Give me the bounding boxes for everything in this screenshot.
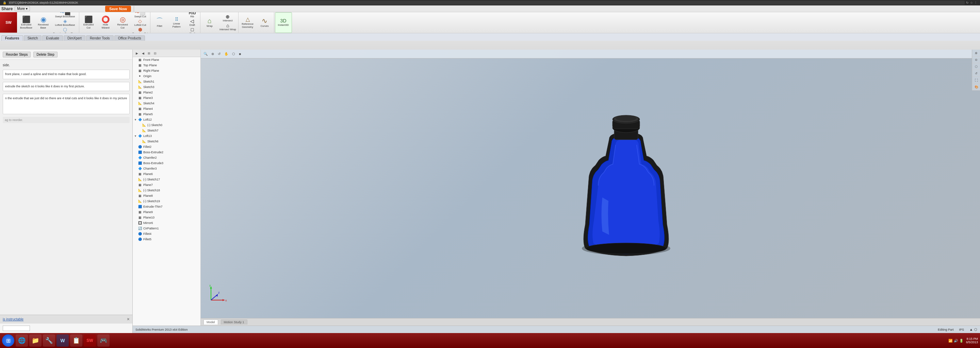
tree-item[interactable]: ✦Origin — [133, 73, 200, 79]
extruded-boss-button[interactable]: ⬛ ExtrudedBoss/Base — [18, 12, 35, 33]
tab-sketch[interactable]: Sketch — [24, 35, 42, 41]
vp-right-btn-1[interactable]: ⊕ — [972, 50, 980, 56]
tree-item[interactable]: 🔷Chamfer2 — [133, 155, 200, 160]
tree-item[interactable]: ▼🔷Loft13 — [133, 133, 200, 139]
delete-step-button[interactable]: Delete Step — [33, 52, 57, 57]
tree-icon-3[interactable]: ⊞ — [146, 51, 152, 56]
rib-button[interactable]: Rib Rib — [185, 12, 199, 18]
model-tab[interactable]: Model — [204, 320, 218, 324]
tree-item[interactable]: ▦Plane7 — [133, 182, 200, 188]
swept-cut-button[interactable]: 〜⬜ Swept Cut — [131, 12, 150, 18]
extruded-cut-button[interactable]: ⬛ ExtrudedCut — [80, 12, 97, 33]
tree-item[interactable]: ▦Plane6 — [133, 171, 200, 177]
tree-item[interactable]: 🔄CirPattern1 — [133, 226, 200, 231]
boundary-boss-button[interactable]: ⬡ Boundary Boss/Base — [52, 27, 78, 33]
wrap-small-button[interactable]: ⌂ Intersect Wrap — [218, 23, 237, 31]
tree-expand-icon[interactable]: ▼ — [134, 134, 137, 138]
tree-item[interactable]: 📐(-) Sketch19 — [133, 198, 200, 204]
boundary-cut-button[interactable]: ⬢ Boundary Cut — [131, 27, 150, 33]
linear-pattern-button[interactable]: ⠿ LinearPattern — [168, 12, 185, 33]
vp-zoom[interactable]: ⊕ — [210, 52, 215, 56]
tree-item[interactable]: 🔷Chamfer3 — [133, 166, 200, 171]
tree-item[interactable]: 🟦Boss-Extrude3 — [133, 160, 200, 166]
taskbar-browser[interactable]: 🌐 — [16, 334, 28, 346]
close-button[interactable]: × — [127, 316, 130, 322]
taskbar-folder[interactable]: 📁 — [29, 334, 41, 346]
vp-display-style[interactable]: ■ — [237, 52, 242, 56]
shell-button[interactable]: □ Shell — [185, 27, 199, 33]
more-button[interactable]: More ▾ — [14, 6, 30, 11]
tab-features[interactable]: Features — [2, 35, 23, 41]
fillet-button[interactable]: ⌒ Fillet — [151, 12, 168, 33]
taskbar-clipboard[interactable]: 📋 — [70, 334, 82, 346]
system-clock[interactable]: 8:15 PM 6/5/2013 — [966, 337, 978, 344]
reorder-steps-button[interactable]: Reorder Steps — [3, 52, 30, 57]
tree-item[interactable]: 📐Sketch1 — [133, 79, 200, 84]
tree-item[interactable]: 🔵Fillet4 — [133, 231, 200, 237]
sw-logo[interactable]: SW — [0, 12, 17, 33]
vp-right-btn-2[interactable]: ⊖ — [972, 56, 980, 63]
lofted-boss-button[interactable]: ◈ Lofted Boss/Base — [52, 18, 78, 27]
hole-wizard-button[interactable]: ⭕ HoleWizard — [97, 12, 114, 33]
tree-item[interactable]: 📐(-) Sketch0 — [133, 122, 200, 128]
tab-evaluate[interactable]: Evaluate — [42, 35, 63, 41]
tree-icon-4[interactable]: ⊟ — [153, 51, 158, 56]
tree-item[interactable]: 📐Sketch6 — [133, 139, 200, 144]
tree-item[interactable]: 🔵Fillet2 — [133, 144, 200, 150]
tree-icon-2[interactable]: ◀ — [140, 51, 146, 56]
curves-button[interactable]: ∿ Curves — [256, 12, 273, 33]
star-icon[interactable]: ☆ — [970, 1, 973, 5]
intersect-button[interactable]: ⊕ Intersect — [218, 14, 237, 22]
swept-boss-button[interactable]: 〜⬛ Swept Boss/Base — [52, 12, 78, 18]
vp-right-btn-4[interactable]: ↺ — [972, 70, 980, 77]
tree-item[interactable]: 🟦Extrude-Thin7 — [133, 204, 200, 209]
tree-expand-icon[interactable]: ▼ — [134, 118, 137, 121]
save-now-button[interactable]: Save Now — [105, 6, 131, 12]
taskbar-app1[interactable]: 🔧 — [43, 334, 55, 346]
vp-view-orient[interactable]: ⬡ — [231, 52, 237, 56]
tree-item[interactable]: ▦Plane3 — [133, 95, 200, 101]
tree-item[interactable]: ▦Top Plane — [133, 63, 200, 68]
wrap-button[interactable]: ⌂ Wrap — [201, 12, 218, 33]
tree-item[interactable]: ▦Plane5 — [133, 111, 200, 117]
tree-item[interactable]: ▦Plane10 — [133, 215, 200, 220]
motion-study-tab[interactable]: Motion Study 1 — [221, 320, 247, 324]
tab-render-tools[interactable]: Render Tools — [86, 35, 114, 41]
vp-right-btn-3[interactable]: ⬡ — [972, 63, 980, 70]
tree-item[interactable]: 🔲Mirror6 — [133, 220, 200, 226]
search-input[interactable] — [3, 326, 30, 331]
tab-dimxpert[interactable]: DimXpert — [64, 35, 86, 41]
tree-item[interactable]: ▼🔷Loft12 — [133, 117, 200, 122]
tree-item[interactable]: 🔵Fillet5 — [133, 237, 200, 242]
vp-right-btn-6[interactable]: 🎨 — [972, 84, 980, 90]
tree-icon-1[interactable]: ▶ — [134, 51, 140, 56]
tree-item[interactable]: 📐Sketch4 — [133, 101, 200, 106]
tree-item[interactable]: ▦Plane9 — [133, 209, 200, 215]
refresh-icon[interactable]: ↻ — [966, 1, 969, 5]
tree-item[interactable]: ▦Front Plane — [133, 57, 200, 63]
taskbar-solidworks[interactable]: SW — [84, 334, 96, 346]
vp-right-btn-5[interactable]: ⛶ — [972, 77, 980, 84]
tree-item[interactable]: 📐(-) Sketch17 — [133, 177, 200, 182]
windows-start-button[interactable]: ⊞ — [2, 334, 14, 346]
tree-item[interactable]: ▦Plane4 — [133, 106, 200, 111]
status-icon-2[interactable]: ⬡ — [974, 327, 977, 331]
tree-item[interactable]: 📐(-) Sketch18 — [133, 188, 200, 193]
instructable-link[interactable]: is instructable — [3, 317, 24, 321]
instant3d-button[interactable]: 3D Instant3D — [275, 12, 292, 33]
tree-item[interactable]: 📐Sketch7 — [133, 128, 200, 133]
tree-item[interactable]: 🟦Boss-Extrude2 — [133, 150, 200, 155]
vp-pan[interactable]: ✋ — [223, 52, 230, 56]
tree-item[interactable]: ▦Plane8 — [133, 193, 200, 198]
vp-rotate[interactable]: ↺ — [216, 52, 222, 56]
revolved-cut-button[interactable]: ◎ RevolvedCut — [114, 12, 131, 33]
reference-geometry-button[interactable]: △ ReferenceGeometry — [239, 12, 256, 33]
status-icon-1[interactable]: ▲ — [969, 327, 973, 331]
vp-zoom-to-fit[interactable]: 🔍 — [202, 52, 209, 56]
draft-button[interactable]: ◁ Draft — [185, 18, 199, 27]
tree-item[interactable]: 📐Sketch3 — [133, 84, 200, 90]
menu-icon[interactable]: ⋮ — [974, 1, 977, 5]
tree-item[interactable]: ▦Plane2 — [133, 90, 200, 95]
taskbar-word[interactable]: W — [56, 334, 69, 346]
revolved-base-button[interactable]: ◉ RevolvedBase — [35, 12, 52, 33]
